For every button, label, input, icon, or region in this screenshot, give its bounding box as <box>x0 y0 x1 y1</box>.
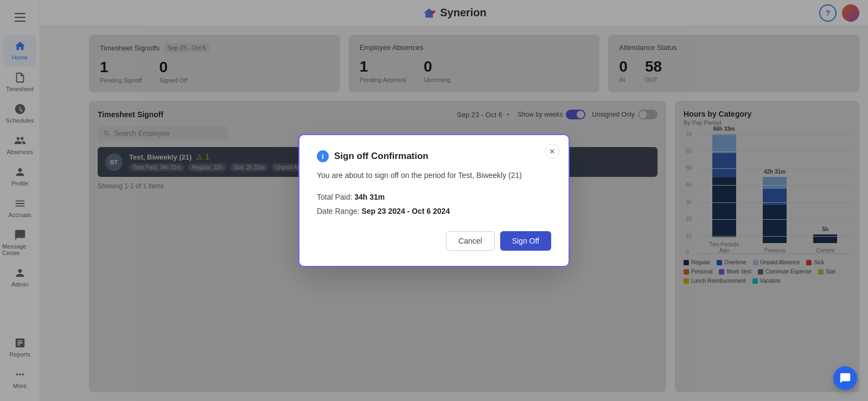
date-range-row: Date Range: Sep 23 2024 - Oct 6 2024 <box>317 205 551 218</box>
modal-info-icon: i <box>317 150 329 162</box>
total-paid-row: Total Paid: 34h 31m <box>317 190 551 204</box>
sign-off-modal: i Sign off Confirmation ✕ You are about … <box>298 134 570 266</box>
signoff-button[interactable]: Sign Off <box>500 231 551 251</box>
modal-header: i Sign off Confirmation <box>317 150 551 162</box>
chat-bubble[interactable] <box>833 366 857 390</box>
modal-message: You are about to sign off on the period … <box>317 171 551 180</box>
total-paid-value: 34h 31m <box>354 193 385 201</box>
cancel-button[interactable]: Cancel <box>446 231 495 251</box>
modal-title: Sign off Confirmation <box>334 151 429 162</box>
modal-body: You are about to sign off on the period … <box>317 171 551 218</box>
modal-close-button[interactable]: ✕ <box>545 144 560 159</box>
date-range-value: Sep 23 2024 - Oct 6 2024 <box>362 207 450 215</box>
modal-overlay: i Sign off Confirmation ✕ You are about … <box>0 0 868 401</box>
modal-details: Total Paid: 34h 31m Date Range: Sep 23 2… <box>317 190 551 218</box>
modal-footer: Cancel Sign Off <box>317 231 551 251</box>
